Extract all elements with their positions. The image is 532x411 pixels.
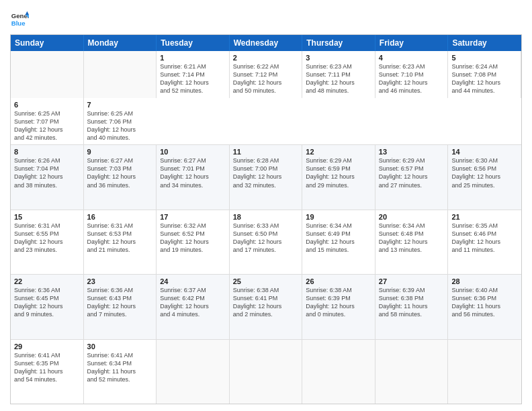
cell-l3: Daylight: 12 hours <box>451 79 517 87</box>
cell-l3: Daylight: 12 hours <box>87 126 154 134</box>
empty-cell <box>375 340 449 404</box>
cell-l4: and 2 minutes. <box>233 310 299 318</box>
day-cell-22: 22Sunrise: 6:36 AMSunset: 6:45 PMDayligh… <box>11 275 84 338</box>
cell-l4: and 48 minutes. <box>306 87 371 95</box>
cell-l3: Daylight: 12 hours <box>451 173 518 181</box>
cell-l1: Sunrise: 6:40 AM <box>451 286 518 294</box>
day-number: 19 <box>306 213 371 221</box>
cell-l4: and 52 minutes. <box>87 375 153 383</box>
cell-l4: and 50 minutes. <box>233 87 299 95</box>
cell-l2: Sunset: 6:34 PM <box>87 359 153 367</box>
day-cell-13: 13Sunrise: 6:29 AMSunset: 6:57 PMDayligh… <box>375 145 449 209</box>
cell-l2: Sunset: 6:53 PM <box>87 230 153 238</box>
day-number: 1 <box>160 54 226 62</box>
cell-l2: Sunset: 6:36 PM <box>451 294 518 302</box>
day-cell-9: 9Sunrise: 6:27 AMSunset: 7:03 PMDaylight… <box>84 145 157 209</box>
calendar-header-row: SundayMondayTuesdayWednesdayThursdayFrid… <box>11 35 521 51</box>
cell-l4: and 9 minutes. <box>14 310 80 318</box>
cell-l1: Sunrise: 6:38 AM <box>306 286 371 294</box>
cell-l4: and 40 minutes. <box>87 134 154 142</box>
cell-l3: Daylight: 12 hours <box>306 302 371 310</box>
cell-l2: Sunset: 6:49 PM <box>306 230 371 238</box>
cell-l3: Daylight: 12 hours <box>233 238 299 246</box>
cell-l1: Sunrise: 6:32 AM <box>160 222 226 230</box>
cell-l1: Sunrise: 6:41 AM <box>87 351 153 359</box>
header-cell-tuesday: Tuesday <box>157 35 230 51</box>
cell-l4: and 21 minutes. <box>87 246 153 254</box>
cell-l1: Sunrise: 6:35 AM <box>451 222 518 230</box>
cell-l4: and 11 minutes. <box>451 246 518 254</box>
cell-l3: Daylight: 12 hours <box>306 173 371 181</box>
day-cell-20: 20Sunrise: 6:34 AMSunset: 6:48 PMDayligh… <box>375 210 449 274</box>
calendar-row-3: 22Sunrise: 6:36 AMSunset: 6:45 PMDayligh… <box>11 275 521 339</box>
cell-l1: Sunrise: 6:34 AM <box>379 222 445 230</box>
cell-l4: and 44 minutes. <box>451 87 517 95</box>
calendar-body: 1Sunrise: 6:21 AMSunset: 7:14 PMDaylight… <box>11 51 521 404</box>
empty-cell <box>84 51 157 98</box>
cell-l4: and 19 minutes. <box>160 246 226 254</box>
cell-l4: and 36 minutes. <box>87 181 153 189</box>
cell-l1: Sunrise: 6:37 AM <box>160 286 226 294</box>
header: General Blue <box>10 10 522 29</box>
cell-l2: Sunset: 7:10 PM <box>379 71 445 79</box>
day-cell-10: 10Sunrise: 6:27 AMSunset: 7:01 PMDayligh… <box>157 145 230 209</box>
day-number: 2 <box>233 54 299 62</box>
day-number: 9 <box>87 148 153 156</box>
cell-l1: Sunrise: 6:27 AM <box>160 156 226 165</box>
cell-l1: Sunrise: 6:36 AM <box>87 286 153 294</box>
cell-l1: Sunrise: 6:33 AM <box>233 222 299 230</box>
cell-l3: Daylight: 12 hours <box>160 302 226 310</box>
cell-l3: Daylight: 12 hours <box>233 79 299 87</box>
cell-l3: Daylight: 12 hours <box>87 238 153 246</box>
day-cell-16: 16Sunrise: 6:31 AMSunset: 6:53 PMDayligh… <box>84 210 157 274</box>
cell-l2: Sunset: 6:38 PM <box>379 294 445 302</box>
cell-l2: Sunset: 6:59 PM <box>306 165 371 173</box>
cell-l4: and 27 minutes. <box>379 181 445 189</box>
day-number: 3 <box>306 54 371 62</box>
day-number: 14 <box>451 148 518 156</box>
cell-l3: Daylight: 12 hours <box>379 238 445 246</box>
day-number: 25 <box>233 277 299 285</box>
header-cell-saturday: Saturday <box>448 35 521 51</box>
day-number: 8 <box>14 148 80 156</box>
cell-l3: Daylight: 12 hours <box>14 302 80 310</box>
cell-l3: Daylight: 11 hours <box>451 302 518 310</box>
day-cell-27: 27Sunrise: 6:39 AMSunset: 6:38 PMDayligh… <box>375 275 449 338</box>
cell-l1: Sunrise: 6:27 AM <box>87 156 153 165</box>
cell-l3: Daylight: 11 hours <box>87 367 153 375</box>
cell-l4: and 15 minutes. <box>306 246 371 254</box>
day-cell-3: 3Sunrise: 6:23 AMSunset: 7:11 PMDaylight… <box>302 51 375 98</box>
calendar-row-4: 29Sunrise: 6:41 AMSunset: 6:35 PMDayligh… <box>11 340 521 404</box>
cell-l1: Sunrise: 6:23 AM <box>379 62 445 71</box>
cell-l1: Sunrise: 6:23 AM <box>306 62 371 71</box>
cell-l3: Daylight: 12 hours <box>160 79 226 87</box>
cell-l4: and 29 minutes. <box>306 181 371 189</box>
day-cell-15: 15Sunrise: 6:31 AMSunset: 6:55 PMDayligh… <box>11 210 84 274</box>
cell-l4: and 0 minutes. <box>306 310 371 318</box>
day-cell-29: 29Sunrise: 6:41 AMSunset: 6:35 PMDayligh… <box>11 340 84 404</box>
day-cell-18: 18Sunrise: 6:33 AMSunset: 6:50 PMDayligh… <box>230 210 303 274</box>
cell-l1: Sunrise: 6:25 AM <box>87 109 154 118</box>
cell-l2: Sunset: 7:12 PM <box>233 71 299 79</box>
cell-l1: Sunrise: 6:29 AM <box>306 156 371 165</box>
cell-l2: Sunset: 6:50 PM <box>233 230 299 238</box>
day-number: 18 <box>233 213 299 221</box>
cell-l2: Sunset: 7:11 PM <box>306 71 371 79</box>
cell-l3: Daylight: 12 hours <box>14 173 80 181</box>
day-cell-11: 11Sunrise: 6:28 AMSunset: 7:00 PMDayligh… <box>230 145 303 209</box>
cell-l2: Sunset: 7:06 PM <box>87 118 154 126</box>
cell-l1: Sunrise: 6:29 AM <box>379 156 445 165</box>
day-cell-12: 12Sunrise: 6:29 AMSunset: 6:59 PMDayligh… <box>302 145 375 209</box>
header-cell-monday: Monday <box>84 35 157 51</box>
cell-l1: Sunrise: 6:28 AM <box>233 156 299 165</box>
cell-l2: Sunset: 6:45 PM <box>14 294 80 302</box>
empty-cell <box>302 340 375 404</box>
header-cell-thursday: Thursday <box>302 35 375 51</box>
cell-l4: and 13 minutes. <box>379 246 445 254</box>
cell-l2: Sunset: 6:46 PM <box>451 230 518 238</box>
cell-l4: and 54 minutes. <box>14 375 80 383</box>
day-number: 7 <box>87 101 154 109</box>
day-number: 22 <box>14 277 80 285</box>
day-cell-17: 17Sunrise: 6:32 AMSunset: 6:52 PMDayligh… <box>157 210 230 274</box>
header-cell-sunday: Sunday <box>11 35 84 51</box>
